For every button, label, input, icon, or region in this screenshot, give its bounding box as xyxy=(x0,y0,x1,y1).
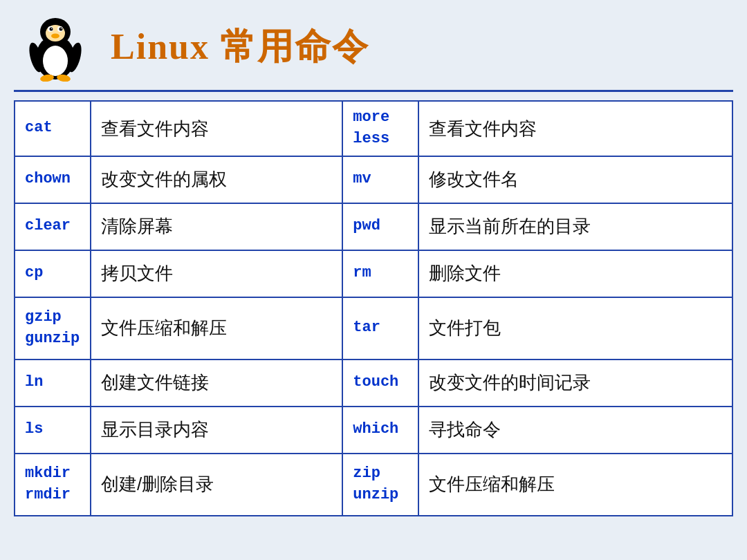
command-cell: ln xyxy=(15,360,91,407)
command-cell: more less xyxy=(342,101,418,156)
command-cell: cp xyxy=(15,250,91,297)
command-cell: zip unzip xyxy=(342,454,418,516)
table-row: clear清除屏幕pwd显示当前所在的目录 xyxy=(15,203,732,250)
commands-table: cat查看文件内容more less查看文件内容chown改变文件的属权mv修改… xyxy=(14,100,733,516)
description-cell: 拷贝文件 xyxy=(91,250,342,297)
header: Linux 常用命令 xyxy=(0,0,747,90)
page-title: Linux 常用命令 xyxy=(111,23,369,71)
svg-point-6 xyxy=(51,28,53,30)
command-cell: cat xyxy=(15,101,91,156)
command-cell: gzip gunzip xyxy=(15,297,91,360)
command-cell: mv xyxy=(342,156,418,203)
description-cell: 改变文件的属权 xyxy=(91,156,342,203)
table-row: gzip gunzip文件压缩和解压tar文件打包 xyxy=(15,297,732,360)
command-cell: touch xyxy=(342,360,418,407)
tux-logo xyxy=(21,12,97,82)
table-row: cat查看文件内容more less查看文件内容 xyxy=(15,101,732,156)
description-cell: 文件压缩和解压 xyxy=(418,454,732,516)
description-cell: 显示目录内容 xyxy=(91,407,342,454)
page: Linux 常用命令 cat查看文件内容more less查看文件内容chown… xyxy=(0,0,747,560)
command-cell: clear xyxy=(15,203,91,250)
svg-point-1 xyxy=(43,46,68,76)
description-cell: 文件压缩和解压 xyxy=(91,297,342,360)
description-cell: 删除文件 xyxy=(418,250,732,297)
command-cell: which xyxy=(342,407,418,454)
description-cell: 创建文件链接 xyxy=(91,360,342,407)
commands-table-container: cat查看文件内容more less查看文件内容chown改变文件的属权mv修改… xyxy=(0,100,747,560)
description-cell: 文件打包 xyxy=(418,297,732,360)
command-cell: tar xyxy=(342,297,418,360)
description-cell: 清除屏幕 xyxy=(91,203,342,250)
command-cell: ls xyxy=(15,407,91,454)
table-row: ls显示目录内容which寻找命令 xyxy=(15,407,732,454)
description-cell: 改变文件的时间记录 xyxy=(418,360,732,407)
description-cell: 查看文件内容 xyxy=(418,101,732,156)
command-cell: chown xyxy=(15,156,91,203)
command-cell: pwd xyxy=(342,203,418,250)
table-row: chown改变文件的属权mv修改文件名 xyxy=(15,156,732,203)
header-divider xyxy=(14,90,733,92)
table-row: cp拷贝文件rm删除文件 xyxy=(15,250,732,297)
svg-point-10 xyxy=(51,34,59,39)
description-cell: 显示当前所在的目录 xyxy=(418,203,732,250)
description-cell: 寻找命令 xyxy=(418,407,732,454)
description-cell: 创建/删除目录 xyxy=(91,454,342,516)
description-cell: 修改文件名 xyxy=(418,156,732,203)
table-row: mkdir rmdir创建/删除目录zip unzip文件压缩和解压 xyxy=(15,454,732,516)
command-cell: rm xyxy=(342,250,418,297)
description-cell: 查看文件内容 xyxy=(91,101,342,156)
table-row: ln创建文件链接touch改变文件的时间记录 xyxy=(15,360,732,407)
svg-point-9 xyxy=(61,28,62,30)
command-cell: mkdir rmdir xyxy=(15,454,91,516)
